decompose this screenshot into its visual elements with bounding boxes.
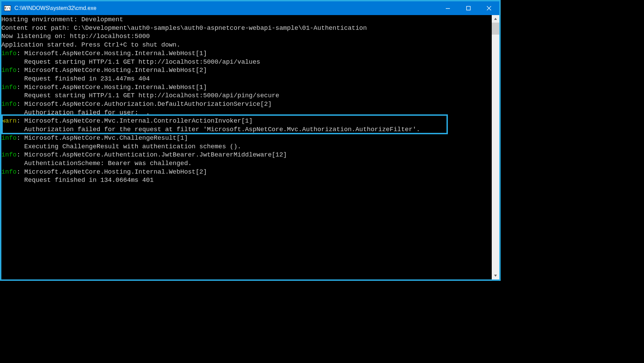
svg-rect-1 — [467, 7, 470, 10]
log-level-info: info — [1, 84, 16, 91]
console-line: info: Microsoft.AspNetCore.Authenticatio… — [1, 151, 492, 160]
scroll-down-arrow[interactable] — [492, 272, 499, 279]
console-line: info: Microsoft.AspNetCore.Hosting.Inter… — [1, 84, 492, 92]
vertical-scrollbar[interactable] — [492, 15, 499, 279]
window-frame: C:\ C:\WINDOWS\system32\cmd.exe Hosting … — [0, 0, 501, 281]
console-line: warn: Microsoft.AspNetCore.Mvc.Internal.… — [1, 117, 492, 126]
console-line: info: Microsoft.AspNetCore.Authorization… — [1, 100, 492, 109]
log-level-info: info — [1, 50, 16, 57]
log-level-info: info — [1, 168, 16, 176]
console-line: Request starting HTTP/1.1 GET http://loc… — [1, 92, 492, 100]
console-line: Executing ChallengeResult with authentic… — [1, 143, 492, 151]
cmd-icon: C:\ — [4, 5, 11, 11]
console-line: info: Microsoft.AspNetCore.Hosting.Inter… — [1, 168, 492, 177]
console-line: Authorization failed for user: . — [1, 109, 492, 117]
console-line: info: Microsoft.AspNetCore.Hosting.Inter… — [1, 50, 492, 58]
log-level-info: info — [1, 151, 16, 159]
console-line: Application started. Press Ctrl+C to shu… — [1, 41, 492, 50]
log-level-info: info — [1, 135, 16, 142]
console-line: Request finished in 134.0664ms 401 — [1, 176, 492, 185]
console-line: Request finished in 231.447ms 404 — [1, 75, 492, 84]
console-line: AuthenticationScheme: Bearer was challen… — [1, 160, 492, 168]
svg-rect-0 — [446, 8, 450, 9]
console-line: info: Microsoft.AspNetCore.Hosting.Inter… — [1, 66, 492, 75]
titlebar[interactable]: C:\ C:\WINDOWS\system32\cmd.exe — [1, 1, 499, 15]
window-controls — [438, 1, 499, 15]
console-line: info: Microsoft.AspNetCore.Mvc.Challenge… — [1, 134, 492, 143]
log-level-warn: warn — [1, 117, 16, 125]
log-level-info: info — [1, 101, 16, 108]
console-line: Request starting HTTP/1.1 GET http://loc… — [1, 58, 492, 67]
scroll-track[interactable] — [492, 23, 499, 272]
window-title: C:\WINDOWS\system32\cmd.exe — [14, 5, 438, 11]
console-line: Now listening on: http://localhost:5000 — [1, 33, 492, 41]
minimize-button[interactable] — [438, 1, 458, 15]
terminal-area: Hosting environment: DevelopmentContent … — [1, 15, 499, 279]
console-line: Content root path: C:\Development\auth0-… — [1, 24, 492, 33]
svg-marker-4 — [494, 18, 497, 20]
close-button[interactable] — [479, 1, 499, 15]
scroll-thumb[interactable] — [492, 23, 499, 35]
terminal-output[interactable]: Hosting environment: DevelopmentContent … — [1, 15, 492, 279]
svg-marker-5 — [494, 275, 497, 277]
maximize-button[interactable] — [458, 1, 479, 15]
log-level-info: info — [1, 67, 16, 74]
console-line: Authorization failed for the request at … — [1, 126, 492, 134]
console-line: Hosting environment: Development — [1, 16, 492, 24]
scroll-up-arrow[interactable] — [492, 15, 499, 23]
